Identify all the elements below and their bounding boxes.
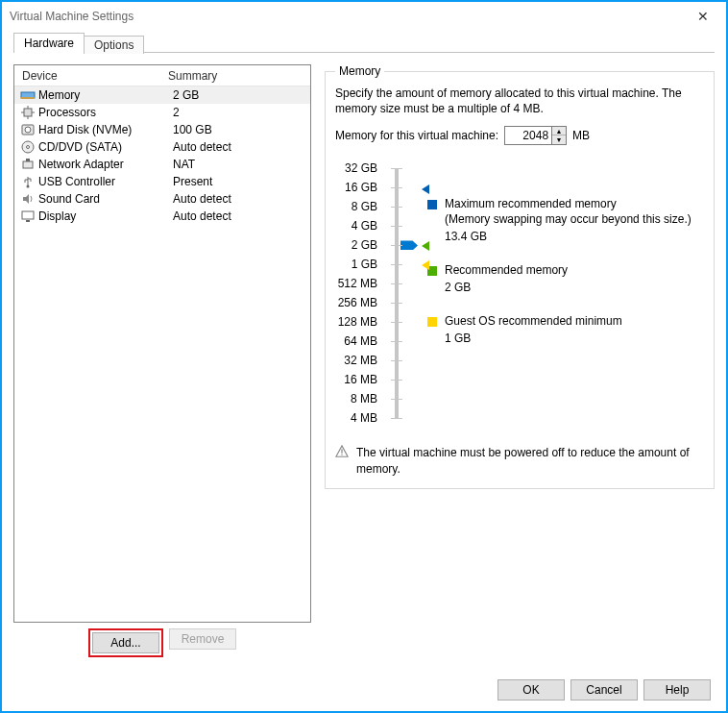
memory-input[interactable] bbox=[505, 127, 551, 144]
svg-rect-18 bbox=[341, 455, 342, 455]
device-summary: NAT bbox=[173, 158, 310, 171]
memory-warning: The virtual machine must be powered off … bbox=[356, 445, 704, 476]
device-button-row: Add... Remove bbox=[13, 628, 311, 657]
add-button[interactable]: Add... bbox=[92, 632, 159, 653]
svg-rect-2 bbox=[24, 109, 32, 116]
scale-label: 8 GB bbox=[335, 197, 377, 216]
memory-legend: Memory bbox=[335, 64, 384, 78]
col-device: Device bbox=[14, 69, 168, 83]
device-row-net[interactable]: Network AdapterNAT bbox=[14, 156, 310, 173]
svg-rect-1 bbox=[21, 97, 35, 99]
square-blue-icon bbox=[427, 200, 437, 209]
warning-icon bbox=[335, 445, 349, 458]
device-summary: Auto detect bbox=[173, 209, 310, 223]
marker-rec-icon bbox=[422, 241, 429, 251]
tab-options[interactable]: Options bbox=[84, 36, 144, 54]
legend-min-label: Guest OS recommended minimum bbox=[445, 314, 622, 330]
svg-rect-15 bbox=[22, 211, 34, 219]
memory-pane: Memory Specify the amount of memory allo… bbox=[325, 64, 715, 657]
legend-max-note: (Memory swapping may occur beyond this s… bbox=[445, 212, 692, 228]
scale-label: 8 MB bbox=[335, 389, 377, 408]
usb-icon bbox=[20, 174, 36, 189]
device-row-disk[interactable]: Hard Disk (NVMe)100 GB bbox=[14, 121, 310, 138]
memory-slider-track[interactable] bbox=[395, 168, 399, 418]
device-row-cpu[interactable]: Processors2 bbox=[14, 104, 310, 121]
legend-max-value: 13.4 GB bbox=[445, 230, 692, 245]
memory-legend-list: Maximum recommended memory (Memory swapp… bbox=[427, 159, 704, 428]
cancel-button[interactable]: Cancel bbox=[570, 679, 638, 701]
scale-label: 128 MB bbox=[335, 312, 377, 332]
device-row-memory[interactable]: Memory2 GB bbox=[14, 86, 310, 104]
scale-label: 512 MB bbox=[335, 274, 377, 293]
device-pane: Device Summary Memory2 GBProcessors2Hard… bbox=[13, 64, 311, 657]
svg-rect-17 bbox=[341, 450, 342, 454]
memory-unit: MB bbox=[572, 129, 590, 142]
device-name: USB Controller bbox=[38, 175, 173, 188]
device-summary: 2 GB bbox=[173, 88, 310, 102]
scale-label: 16 GB bbox=[335, 178, 377, 197]
scale-label: 16 MB bbox=[335, 370, 377, 389]
device-summary: Auto detect bbox=[173, 192, 310, 206]
memory-slider-thumb[interactable] bbox=[400, 240, 418, 250]
spinner-down-icon[interactable]: ▼ bbox=[552, 135, 566, 144]
spinner-up-icon[interactable]: ▲ bbox=[552, 127, 566, 135]
device-list: Device Summary Memory2 GBProcessors2Hard… bbox=[13, 64, 311, 623]
legend-rec-value: 2 GB bbox=[445, 281, 568, 296]
device-summary: 100 GB bbox=[173, 123, 310, 136]
device-name: Hard Disk (NVMe) bbox=[38, 123, 173, 136]
scale-label: 1 GB bbox=[335, 255, 377, 274]
device-name: CD/DVD (SATA) bbox=[38, 140, 173, 154]
device-row-display[interactable]: DisplayAuto detect bbox=[14, 208, 310, 225]
scale-label: 32 MB bbox=[335, 351, 377, 370]
ok-button[interactable]: OK bbox=[497, 679, 565, 701]
close-icon[interactable]: ✕ bbox=[688, 9, 718, 24]
cd-icon bbox=[20, 139, 36, 155]
settings-window: Virtual Machine Settings ✕ Hardware Opti… bbox=[0, 0, 728, 713]
scale-label: 32 GB bbox=[335, 159, 377, 178]
svg-point-8 bbox=[25, 127, 31, 133]
device-name: Display bbox=[38, 209, 173, 223]
memory-spinner[interactable]: ▲ ▼ bbox=[504, 126, 567, 145]
sound-icon bbox=[20, 191, 36, 207]
titlebar: Virtual Machine Settings ✕ bbox=[2, 2, 726, 31]
help-button[interactable]: Help bbox=[643, 679, 711, 701]
memory-icon bbox=[20, 87, 36, 103]
svg-point-10 bbox=[27, 146, 30, 149]
svg-rect-12 bbox=[26, 159, 30, 161]
dialog-footer: OK Cancel Help bbox=[2, 669, 726, 711]
marker-max-icon bbox=[422, 184, 429, 194]
memory-input-label: Memory for this virtual machine: bbox=[335, 129, 498, 142]
device-name: Network Adapter bbox=[38, 158, 173, 171]
remove-button: Remove bbox=[169, 628, 236, 650]
memory-desc: Specify the amount of memory allocated t… bbox=[335, 86, 704, 116]
cpu-icon bbox=[20, 105, 36, 120]
device-row-usb[interactable]: USB ControllerPresent bbox=[14, 173, 310, 190]
scale-label: 4 GB bbox=[335, 216, 377, 235]
device-name: Memory bbox=[38, 88, 173, 102]
scale-label: 4 MB bbox=[335, 408, 377, 428]
square-yellow-icon bbox=[427, 317, 437, 327]
legend-min-value: 1 GB bbox=[445, 332, 622, 347]
net-icon bbox=[20, 157, 36, 172]
marker-min-icon bbox=[422, 260, 429, 270]
device-name: Sound Card bbox=[38, 192, 173, 206]
legend-rec-label: Recommended memory bbox=[445, 263, 568, 279]
memory-scale: 32 GB16 GB8 GB4 GB2 GB1 GB512 MB256 MB12… bbox=[335, 159, 399, 428]
device-summary: Auto detect bbox=[173, 140, 310, 154]
window-title: Virtual Machine Settings bbox=[10, 10, 133, 23]
device-row-sound[interactable]: Sound CardAuto detect bbox=[14, 190, 310, 208]
add-highlight: Add... bbox=[88, 628, 163, 657]
col-summary: Summary bbox=[168, 69, 310, 83]
device-name: Processors bbox=[38, 106, 173, 119]
legend-max-label: Maximum recommended memory bbox=[445, 197, 692, 212]
device-row-cd[interactable]: CD/DVD (SATA)Auto detect bbox=[14, 138, 310, 156]
scale-label: 2 GB bbox=[335, 235, 377, 255]
tab-hardware[interactable]: Hardware bbox=[13, 33, 85, 53]
svg-rect-11 bbox=[23, 161, 33, 168]
scale-label: 256 MB bbox=[335, 293, 377, 312]
device-summary: Present bbox=[173, 175, 310, 188]
display-icon bbox=[20, 209, 36, 224]
disk-icon bbox=[20, 122, 36, 137]
scale-label: 64 MB bbox=[335, 332, 377, 351]
device-summary: 2 bbox=[173, 106, 310, 119]
